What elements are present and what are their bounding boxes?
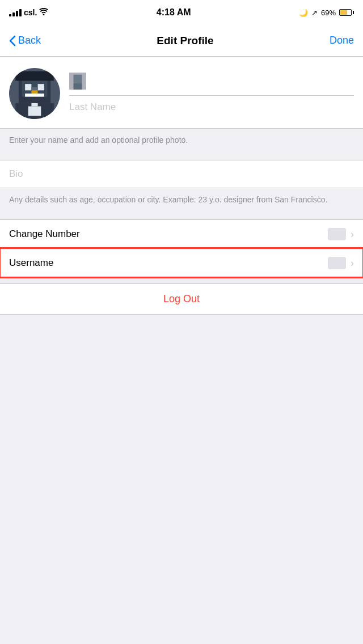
username-label: Username [9, 257, 53, 269]
svg-rect-4 [38, 84, 44, 90]
first-name-icon [69, 73, 86, 90]
status-left: csl. [9, 8, 48, 17]
name-fields [69, 68, 354, 113]
change-number-badge [328, 228, 346, 240]
chevron-right-icon: › [351, 228, 354, 240]
back-button[interactable]: Back [9, 35, 41, 46]
logout-button[interactable]: Log Out [163, 293, 200, 305]
svg-rect-6 [25, 94, 44, 97]
nav-bar: Back Edit Profile Done [0, 25, 363, 57]
svg-rect-14 [74, 83, 82, 90]
svg-rect-7 [15, 71, 54, 81]
name-help-section: Enter your name and add an optional prof… [0, 129, 363, 154]
battery-percent: 69% [321, 9, 336, 17]
bio-input[interactable] [9, 168, 354, 180]
page-title: Edit Profile [157, 35, 213, 47]
avatar[interactable] [9, 68, 60, 119]
change-number-row[interactable]: Change Number › [0, 220, 363, 248]
bio-section [0, 160, 363, 188]
username-row[interactable]: Username › [0, 248, 363, 277]
battery-icon [339, 9, 354, 16]
svg-rect-10 [28, 107, 41, 116]
svg-rect-13 [74, 75, 82, 83]
last-name-input[interactable] [69, 101, 354, 113]
carrier-label: csl. [24, 8, 37, 17]
username-badge [328, 257, 346, 269]
status-bar: csl. 4:18 AM 🌙 ↗ 69% [0, 0, 363, 25]
username-chevron-icon: › [351, 257, 354, 269]
avatar-image [9, 68, 60, 119]
svg-rect-3 [25, 84, 31, 90]
username-right: › [328, 257, 354, 269]
wifi-icon [39, 8, 48, 17]
name-help-text: Enter your name and add an optional prof… [9, 134, 354, 146]
status-time: 4:18 AM [157, 7, 191, 18]
status-right: 🌙 ↗ 69% [299, 9, 354, 17]
settings-group: Change Number › Username › [0, 219, 363, 278]
bio-help-section: Any details such as age, occupation or c… [0, 188, 363, 214]
done-button[interactable]: Done [330, 35, 354, 46]
logout-section: Log Out [0, 283, 363, 315]
svg-rect-8 [31, 90, 37, 94]
signal-icon [9, 9, 22, 16]
location-icon: ↗ [311, 9, 318, 17]
svg-rect-5 [31, 87, 37, 91]
change-number-label: Change Number [9, 228, 80, 240]
first-name-input[interactable] [91, 75, 354, 87]
bio-help-text: Any details such as age, occupation or c… [9, 194, 354, 206]
change-number-right: › [328, 228, 354, 240]
moon-icon: 🌙 [299, 9, 308, 17]
svg-rect-11 [31, 103, 37, 107]
first-name-row [69, 73, 354, 96]
profile-section [0, 57, 363, 129]
